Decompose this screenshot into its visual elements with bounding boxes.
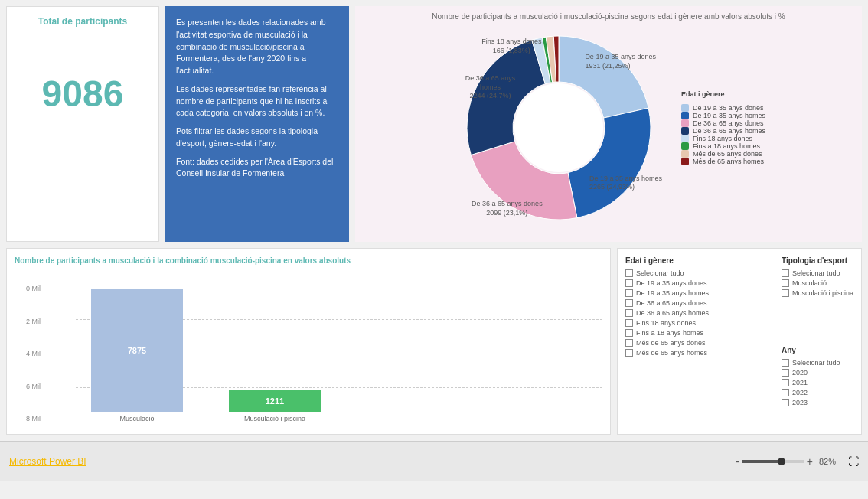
legend-item: Més de 65 anys homes [681, 158, 765, 165]
legend-title: Edat i gènere [681, 90, 765, 98]
filter-item[interactable]: Més de 65 anys dones [625, 339, 769, 347]
filter-item[interactable]: Musculació [782, 279, 853, 287]
filter-label: Més de 65 anys dones [636, 339, 706, 347]
filter-checkbox[interactable] [782, 369, 789, 377]
filter-item[interactable]: Més de 65 anys homes [625, 349, 769, 357]
filter-item[interactable]: Selecionar tudo [625, 269, 769, 277]
filter-checkbox[interactable] [782, 379, 789, 386]
legend-item: De 36 a 65 anys dones [681, 119, 765, 127]
filter-item[interactable]: De 36 a 65 anys homes [625, 309, 769, 317]
filter-item[interactable]: Selecionar tudo [782, 269, 853, 277]
filter-item[interactable]: 2021 [782, 379, 853, 386]
bar-musculacio-rect: 7875 [91, 289, 183, 412]
legend-color [681, 158, 689, 165]
zoom-thumb [778, 458, 785, 465]
bars-area: 7875 Musculació 1211 Musculació i piscin… [45, 285, 602, 422]
filter-label: Selecionar tudo [792, 269, 840, 277]
expand-icon[interactable]: ⛶ [848, 455, 859, 468]
legend-label: Més de 65 anys homes [693, 158, 764, 165]
filter-checkbox[interactable] [625, 279, 633, 287]
filter-right: Tipologia d'esport Selecionar tudoMuscul… [782, 256, 853, 426]
filter-item[interactable]: De 36 a 65 anys dones [625, 299, 769, 307]
bar-chart-card: Nombre de participants a musculació i la… [6, 248, 611, 435]
filter-label: Musculació i piscina [792, 289, 853, 297]
zoom-slider[interactable] [742, 460, 804, 463]
filter-item[interactable]: Fins 18 anys dones [625, 319, 769, 327]
bar-musculacio-piscina: 1211 Musculació i piscina [229, 390, 321, 422]
filter-checkbox[interactable] [625, 319, 633, 327]
total-card-title: Total de participants [38, 16, 127, 27]
legend-item: Fins a 18 anys homes [681, 142, 765, 150]
filter-edat-genere: Edat i gènere Selecionar tudoDe 19 a 35 … [625, 256, 769, 426]
zoom-value: 82% [819, 457, 836, 466]
bar-musculacio-value: 7875 [128, 346, 146, 355]
filter-checkbox[interactable] [625, 269, 633, 277]
any-filter-items: Selecionar tudo2020202120222023 [782, 359, 853, 406]
filter-checkbox[interactable] [782, 359, 789, 367]
bar-chart-title: Nombre de participants a musculació i la… [15, 256, 602, 265]
filter-checkbox[interactable] [625, 289, 633, 297]
edat-filter-items: Selecionar tudoDe 19 a 35 anys donesDe 1… [625, 269, 769, 357]
legend-item: De 19 a 35 anys dones [681, 104, 765, 112]
svg-point-0 [514, 83, 603, 172]
filter-card: Edat i gènere Selecionar tudoDe 19 a 35 … [617, 248, 862, 435]
bar-piscina-label: Musculació i piscina [244, 415, 305, 422]
filter-label: De 19 a 35 anys homes [636, 289, 709, 297]
y-label-2: 4 Mil [26, 350, 41, 357]
bars-flex: 7875 Musculació 1211 Musculació i piscin… [45, 285, 602, 422]
filter-label: 2021 [792, 379, 808, 386]
total-card-number: 9086 [42, 73, 124, 115]
legend-item: De 36 a 65 anys homes [681, 127, 765, 135]
zoom-minus[interactable]: - [736, 455, 739, 468]
desc-p3: Pots filtrar les dades segons la tipolog… [176, 126, 338, 150]
bar-y-axis: 8 Mil 6 Mil 4 Mil 2 Mil 0 Mil [15, 285, 45, 422]
bottom-section: Nombre de participants a musculació i la… [0, 245, 868, 441]
power-bi-link[interactable]: Microsoft Power BI [9, 456, 86, 467]
filter-checkbox[interactable] [625, 309, 633, 317]
filter-item[interactable]: Musculació i piscina [782, 289, 853, 297]
filter-item[interactable]: 2023 [782, 399, 853, 406]
filter-checkbox[interactable] [782, 389, 789, 396]
filter-checkbox[interactable] [782, 399, 789, 406]
y-label-3: 2 Mil [26, 318, 41, 325]
filter-checkbox[interactable] [625, 329, 633, 337]
legend-color [681, 127, 689, 135]
filter-any: Any Selecionar tudo2020202120222023 [782, 346, 853, 426]
filter-checkbox[interactable] [782, 289, 789, 297]
filter-item[interactable]: De 19 a 35 anys homes [625, 289, 769, 297]
legend-item: De 19 a 35 anys homes [681, 112, 765, 119]
y-label-4: 0 Mil [26, 285, 41, 292]
filter-checkbox[interactable] [782, 279, 789, 287]
filter-item[interactable]: De 19 a 35 anys dones [625, 279, 769, 287]
donut-area: Fins 18 anys dones166 (1,83%) De 36 a 65… [361, 24, 856, 232]
filter-checkbox[interactable] [625, 299, 633, 307]
filter-checkbox[interactable] [625, 349, 633, 357]
filter-label: Fins a 18 anys homes [636, 329, 703, 337]
description-card: Es presenten les dades relacionades amb … [165, 6, 349, 242]
filter-label: Fins 18 anys dones [636, 319, 696, 327]
bar-musculacio: 7875 Musculació [91, 289, 183, 422]
filter-checkbox[interactable] [625, 339, 633, 347]
bar-musculacio-label: Musculació [119, 415, 154, 422]
legend-items: De 19 a 35 anys donesDe 19 a 35 anys hom… [681, 104, 765, 165]
donut-chart-card: Nombre de participants a musculació i mu… [355, 6, 862, 242]
zoom-controls: - + 82% [736, 455, 836, 468]
donut-svg [452, 21, 666, 235]
zoom-plus[interactable]: + [807, 455, 813, 468]
filter-label: De 36 a 65 anys homes [636, 309, 709, 317]
donut-legend: Edat i gènere De 19 a 35 anys donesDe 19… [681, 90, 765, 165]
filter-item[interactable]: 2020 [782, 369, 853, 377]
filter-item[interactable]: 2022 [782, 389, 853, 396]
filter-item[interactable]: Fins a 18 anys homes [625, 329, 769, 337]
filter-item[interactable]: Selecionar tudo [782, 359, 853, 367]
legend-item: Més de 65 anys dones [681, 150, 765, 158]
legend-color [681, 112, 689, 119]
donut-chart-title: Nombre de participants a musculació i mu… [361, 12, 856, 21]
filter-label: Selecionar tudo [792, 359, 840, 367]
legend-item: Fins 18 anys dones [681, 135, 765, 142]
legend-color [681, 104, 689, 112]
legend-label: Més de 65 anys dones [693, 150, 762, 158]
y-label-0: 8 Mil [26, 415, 41, 422]
filter-checkbox[interactable] [782, 269, 789, 277]
desc-p1: Es presenten les dades relacionades amb … [176, 17, 338, 77]
